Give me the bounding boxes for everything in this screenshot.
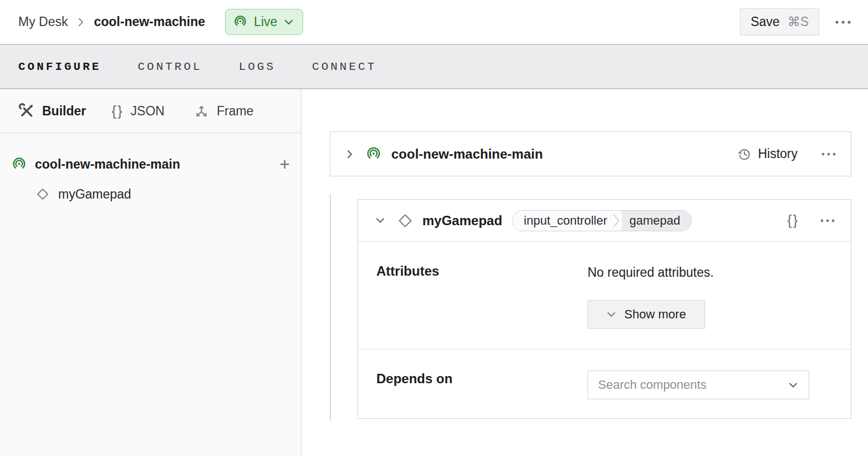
frame-axes-icon <box>193 103 210 119</box>
attributes-section: Attributes No required attributes. Show … <box>358 242 851 349</box>
view-switcher: Builder {} JSON Frame <box>0 89 301 133</box>
component-json-button[interactable]: {} <box>787 212 799 228</box>
save-button[interactable]: Save ⌘S <box>740 8 819 35</box>
config-sidebar: Builder {} JSON Frame <box>0 89 302 456</box>
chevron-down-icon <box>606 311 616 318</box>
component-card: myGamepad input_controller gamepad {} <box>358 199 851 419</box>
chevron-down-icon <box>284 19 294 26</box>
breadcrumb-parent-link[interactable]: My Desk <box>18 14 68 29</box>
add-component-button[interactable]: + <box>279 155 290 173</box>
tab-configure[interactable]: CONFIGURE <box>18 60 101 73</box>
view-tab-builder[interactable]: Builder <box>18 103 86 119</box>
ellipsis-icon <box>821 152 836 156</box>
machine-broadcast-icon <box>12 157 27 172</box>
breadcrumb: My Desk cool-new-machine <box>18 14 205 29</box>
save-shortcut-hint: ⌘S <box>788 14 809 29</box>
component-type-badge: input_controller <box>513 211 611 231</box>
tree-connector-line <box>330 194 331 421</box>
tree-item-label: cool-new-machine-main <box>35 157 180 172</box>
machine-broadcast-icon <box>366 146 381 162</box>
chevron-right-icon <box>612 211 622 231</box>
breadcrumb-current: cool-new-machine <box>94 14 205 29</box>
diamond-icon <box>397 212 413 229</box>
wrench-screwdriver-icon <box>18 103 35 119</box>
config-main-area: cool-new-machine-main History <box>302 89 868 456</box>
depends-on-label: Depends on <box>376 371 452 387</box>
component-card-title: myGamepad <box>422 213 502 228</box>
view-tab-json-label: JSON <box>131 104 165 119</box>
chevron-right-icon <box>76 17 85 28</box>
tree-item-component[interactable]: myGamepad <box>0 181 301 207</box>
save-button-label: Save <box>750 14 779 29</box>
diamond-icon <box>35 187 50 201</box>
view-tab-builder-label: Builder <box>42 104 86 119</box>
ellipsis-icon <box>835 20 851 24</box>
view-tab-json[interactable]: {} JSON <box>111 103 165 120</box>
braces-icon: {} <box>111 103 123 120</box>
tree-item-label: myGamepad <box>58 187 131 202</box>
attributes-label: Attributes <box>376 263 439 279</box>
chevron-down-icon <box>788 382 799 389</box>
attributes-empty-text: No required attributes. <box>588 265 714 280</box>
live-status-label: Live <box>254 14 277 29</box>
component-card-header: myGamepad input_controller gamepad {} <box>358 200 851 242</box>
top-bar: My Desk cool-new-machine Live Save ⌘S <box>0 0 868 45</box>
expand-part-button[interactable] <box>346 148 354 160</box>
history-clock-icon <box>737 147 752 161</box>
tab-control[interactable]: CONTROL <box>137 60 202 73</box>
depends-on-section: Depends on <box>358 349 851 418</box>
overflow-menu-button[interactable] <box>835 20 851 24</box>
depends-on-select[interactable] <box>588 370 809 399</box>
tab-connect[interactable]: CONNECT <box>312 60 376 73</box>
tab-logs[interactable]: LOGS <box>239 60 275 73</box>
view-tab-frame-label: Frame <box>217 104 253 119</box>
component-type-model-badge: input_controller gamepad <box>512 210 692 231</box>
ellipsis-icon <box>820 219 835 223</box>
component-model-badge: gamepad <box>622 211 692 231</box>
machine-part-card: cool-new-machine-main History <box>330 131 851 176</box>
part-card-title: cool-new-machine-main <box>391 146 543 162</box>
show-more-button-label: Show more <box>624 307 686 322</box>
part-overflow-menu-button[interactable] <box>821 152 836 156</box>
tree-item-machine-part[interactable]: cool-new-machine-main + <box>0 151 301 177</box>
collapse-component-button[interactable] <box>375 217 386 224</box>
history-button[interactable]: History <box>737 146 798 161</box>
component-overflow-menu-button[interactable] <box>820 219 835 223</box>
machine-tree: cool-new-machine-main + myGamepad <box>0 133 301 207</box>
history-button-label: History <box>758 146 798 161</box>
view-tab-frame[interactable]: Frame <box>193 103 253 119</box>
depends-on-search-input[interactable] <box>598 378 788 392</box>
main-nav-tabs: CONFIGURE CONTROL LOGS CONNECT <box>0 45 868 89</box>
show-more-button[interactable]: Show more <box>588 300 705 329</box>
machine-broadcast-icon <box>233 15 247 29</box>
live-status-dropdown[interactable]: Live <box>225 9 303 35</box>
